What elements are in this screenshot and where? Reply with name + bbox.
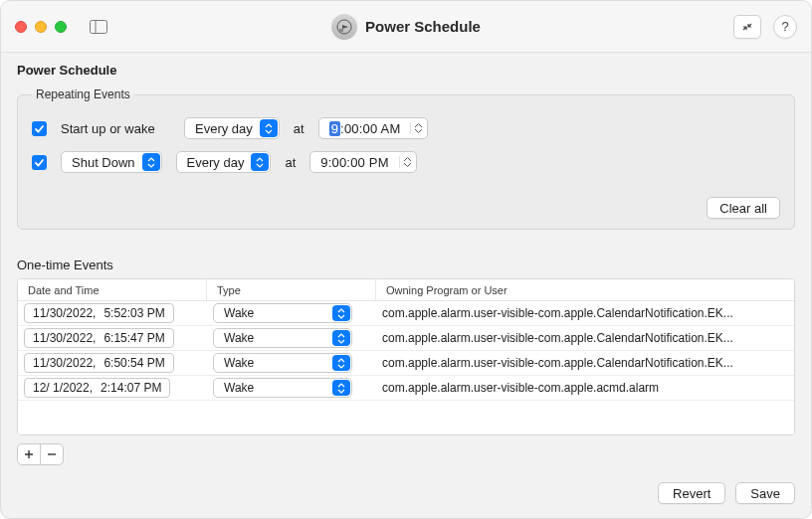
- table-row[interactable]: 12/ 1/2022,2:14:07 PMWakecom.apple.alarm…: [18, 376, 794, 401]
- close-window-button[interactable]: [15, 21, 27, 33]
- table-row[interactable]: 11/30/2022,5:52:03 PMWakecom.apple.alarm…: [18, 301, 794, 326]
- startup-checkbox[interactable]: [32, 121, 47, 136]
- updown-arrows-icon: [251, 153, 269, 171]
- updown-arrows-icon: [332, 355, 350, 371]
- help-button[interactable]: ?: [773, 15, 797, 39]
- column-header-datetime[interactable]: Date and Time: [18, 279, 207, 300]
- table-row[interactable]: 11/30/2022,6:15:47 PMWakecom.apple.alarm…: [18, 326, 794, 351]
- shutdown-checkbox[interactable]: [32, 155, 47, 170]
- cell-type: Wake: [207, 303, 376, 323]
- column-header-type[interactable]: Type: [207, 279, 376, 300]
- question-mark-icon: ?: [781, 19, 788, 34]
- cell-datetime: 11/30/2022,5:52:03 PM: [18, 303, 207, 323]
- revert-button[interactable]: Revert: [658, 482, 725, 504]
- save-button[interactable]: Save: [735, 482, 795, 504]
- type-select[interactable]: Wake: [213, 378, 352, 398]
- add-remove-controls: [17, 443, 795, 465]
- shutdown-at-label: at: [285, 155, 296, 170]
- svg-point-2: [337, 20, 351, 34]
- preferences-window: Power Schedule ? Power Schedule Repeatin…: [0, 0, 812, 519]
- toolbar-right: ?: [733, 15, 797, 39]
- cell-datetime: 12/ 1/2022,2:14:07 PM: [18, 378, 207, 398]
- one-time-events-table: Date and Time Type Owning Program or Use…: [17, 278, 795, 435]
- svg-rect-3: [339, 29, 343, 32]
- cell-owner: com.apple.alarm.user-visible-com.apple.C…: [376, 306, 794, 320]
- time-stepper[interactable]: [399, 156, 412, 168]
- window-title-area: Power Schedule: [1, 14, 811, 40]
- table-padding: [18, 401, 794, 434]
- table-body: 11/30/2022,5:52:03 PMWakecom.apple.alarm…: [18, 301, 794, 401]
- chevron-down-icon: [414, 128, 423, 134]
- updown-arrows-icon: [260, 119, 278, 137]
- datetime-field[interactable]: 11/30/2022,6:15:47 PM: [24, 328, 174, 348]
- time-stepper[interactable]: [410, 122, 423, 134]
- cell-datetime: 11/30/2022,6:15:47 PM: [18, 328, 207, 348]
- cell-type: Wake: [207, 328, 376, 348]
- startup-label: Start up or wake: [61, 121, 170, 136]
- updown-arrows-icon: [332, 305, 350, 321]
- checkmark-icon: [34, 157, 45, 168]
- power-schedule-icon: [331, 14, 357, 40]
- toggle-sidebar-button[interactable]: [85, 16, 112, 38]
- shutdown-time-field[interactable]: 9:00:00 PM: [309, 151, 417, 173]
- collapse-button[interactable]: [733, 15, 761, 39]
- shutdown-time-value: 9:00:00 PM: [320, 155, 389, 170]
- remove-row-button[interactable]: [40, 443, 64, 465]
- datetime-field[interactable]: 12/ 1/2022,2:14:07 PM: [24, 378, 170, 398]
- minus-icon: [47, 449, 57, 459]
- sidebar-icon: [90, 20, 107, 34]
- content-area: Power Schedule Repeating Events Start up…: [1, 53, 811, 481]
- one-time-events-heading: One-time Events: [17, 258, 795, 272]
- add-row-button[interactable]: [17, 443, 41, 465]
- cell-owner: com.apple.alarm.user-visible-com.apple.C…: [376, 356, 794, 370]
- table-header: Date and Time Type Owning Program or Use…: [18, 279, 794, 301]
- window-title: Power Schedule: [365, 18, 481, 35]
- startup-time-value: 9:00:00 AM: [329, 121, 401, 136]
- startup-frequency-select[interactable]: Every day: [184, 117, 280, 139]
- startup-time-field[interactable]: 9:00:00 AM: [318, 117, 429, 139]
- cell-owner: com.apple.alarm.user-visible-com.apple.C…: [376, 331, 794, 345]
- window-traffic-lights: [15, 21, 67, 33]
- svg-rect-0: [91, 20, 107, 33]
- type-select[interactable]: Wake: [213, 328, 352, 348]
- shutdown-frequency-select[interactable]: Every day: [176, 151, 272, 173]
- type-select[interactable]: Wake: [213, 303, 352, 323]
- zoom-window-button[interactable]: [55, 21, 67, 33]
- minimize-window-button[interactable]: [35, 21, 47, 33]
- cell-owner: com.apple.alarm.user-visible-com.apple.a…: [376, 381, 794, 395]
- plus-icon: [24, 449, 34, 459]
- cell-datetime: 11/30/2022,6:50:54 PM: [18, 353, 207, 373]
- clear-all-button[interactable]: Clear all: [707, 197, 780, 219]
- shutdown-row: Shut Down Every day at 9:00:00 PM: [32, 151, 780, 173]
- titlebar: Power Schedule ?: [1, 1, 811, 53]
- updown-arrows-icon: [142, 153, 160, 171]
- startup-at-label: at: [294, 121, 304, 136]
- footer-buttons: Revert Save: [658, 482, 795, 504]
- column-header-owner[interactable]: Owning Program or User: [376, 279, 794, 300]
- startup-row: Start up or wake Every day at 9:00:00 AM: [32, 117, 780, 139]
- type-select[interactable]: Wake: [213, 353, 352, 373]
- repeating-events-legend: Repeating Events: [32, 87, 134, 101]
- cell-type: Wake: [207, 378, 376, 398]
- datetime-field[interactable]: 11/30/2022,5:52:03 PM: [24, 303, 174, 323]
- table-row[interactable]: 11/30/2022,6:50:54 PMWakecom.apple.alarm…: [18, 351, 794, 376]
- updown-arrows-icon: [332, 380, 350, 396]
- shutdown-action-select[interactable]: Shut Down: [61, 151, 162, 173]
- repeating-events-group: Repeating Events Start up or wake Every …: [17, 87, 795, 230]
- clear-all-label: Clear all: [719, 201, 767, 216]
- pane-title: Power Schedule: [17, 63, 795, 78]
- updown-arrows-icon: [332, 330, 350, 346]
- datetime-field[interactable]: 11/30/2022,6:50:54 PM: [24, 353, 174, 373]
- cell-type: Wake: [207, 353, 376, 373]
- chevron-down-icon: [403, 162, 412, 168]
- checkmark-icon: [34, 123, 45, 134]
- collapse-diagonal-icon: [741, 21, 753, 33]
